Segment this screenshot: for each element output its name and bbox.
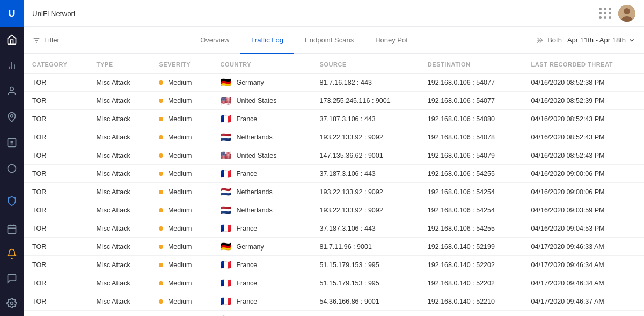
severity-dot <box>159 299 163 304</box>
cell-last-threat: 04/17/2020 09:46:33 AM <box>523 238 644 256</box>
cell-type: Misc Attack <box>88 201 151 219</box>
table-row[interactable]: TOR Misc Attack Medium 🇺🇸 United States … <box>24 146 644 165</box>
country-flag: 🇳🇱 <box>220 188 232 196</box>
tab-honey-pot[interactable]: Honey Pot <box>364 27 419 54</box>
filter-button[interactable]: Filter <box>32 36 60 45</box>
severity-dot <box>159 226 163 231</box>
col-severity: SEVERITY <box>150 54 211 74</box>
tab-traffic-log[interactable]: Traffic Log <box>240 27 294 54</box>
sidebar-item-bell[interactable] <box>0 242 24 266</box>
cell-country: 🇺🇸 United States <box>211 146 311 165</box>
country-name: Netherlands <box>236 134 272 141</box>
cell-type: Misc Attack <box>88 238 151 256</box>
table-row[interactable]: TOR Misc Attack Medium 🇫🇷 France 51.15.1… <box>24 256 644 274</box>
cell-category: TOR <box>24 74 88 92</box>
cell-category: TOR <box>24 311 88 317</box>
sidebar-item-user[interactable] <box>0 79 24 103</box>
table-row[interactable]: TOR Misc Attack Medium 🇩🇪 Germany 81.7.1… <box>24 238 644 256</box>
sidebar-item-stats[interactable] <box>0 54 24 77</box>
cell-source: 81.7.16.182 : 443 <box>311 74 419 92</box>
svg-point-4 <box>11 115 13 117</box>
traffic-log-table-area[interactable]: CATEGORY TYPE SEVERITY COUNTRY SOURCE DE… <box>24 54 644 316</box>
table-row[interactable]: TOR Misc Attack Medium 🇺🇸 United States … <box>24 92 644 110</box>
country-flag: 🇩🇪 <box>220 78 232 86</box>
country-name: Netherlands <box>236 188 272 196</box>
sidebar-item-calendar[interactable] <box>0 217 24 241</box>
tab-endpoint-scans[interactable]: Endpoint Scans <box>294 27 364 54</box>
cell-category: TOR <box>24 292 88 311</box>
country-flag: 🇫🇷 <box>220 261 232 269</box>
cell-destination: 192.168.0.140 : 52202 <box>419 256 523 274</box>
sidebar-item-shield[interactable] <box>0 189 24 213</box>
cell-last-threat: 04/16/2020 08:52:43 PM <box>523 128 644 146</box>
cell-category: TOR <box>24 183 88 201</box>
cell-type: Misc Attack <box>88 110 151 128</box>
app-logo: UniFi Network <box>32 8 75 19</box>
cell-severity: Medium <box>150 165 211 183</box>
sidebar-item-list[interactable] <box>0 131 24 155</box>
tab-overview[interactable]: Overview <box>189 27 240 54</box>
col-country: COUNTRY <box>211 54 311 74</box>
cell-severity: Medium <box>150 238 211 256</box>
country-flag: 🇫🇷 <box>220 170 232 178</box>
country-flag: 🇫🇷 <box>220 115 232 123</box>
country-flag: 🇫🇷 <box>220 279 232 287</box>
sidebar-item-location[interactable] <box>0 105 24 129</box>
subnav-controls: Both Apr 11th - Apr 18th <box>536 36 635 45</box>
cell-last-threat: 04/16/2020 09:00:06 PM <box>523 183 644 201</box>
cell-type: Misc Attack <box>88 292 151 311</box>
table-row[interactable]: TOR Misc Attack Medium 🇫🇷 France 54.36.1… <box>24 292 644 311</box>
cell-type: Misc Attack <box>88 311 151 317</box>
table-row[interactable]: TOR Misc Attack Medium 🇳🇱 Netherlands 19… <box>24 128 644 146</box>
severity-dot <box>159 153 163 158</box>
severity-dot <box>159 190 163 194</box>
cell-last-threat: 04/16/2020 09:03:59 PM <box>523 201 644 219</box>
cell-source: 37.187.3.106 : 443 <box>311 219 419 238</box>
table-row[interactable]: TOR Misc Attack Medium 🇩🇰 Denmark 188.11… <box>24 311 644 317</box>
cell-country: 🇳🇱 Netherlands <box>211 183 311 201</box>
direction-selector[interactable]: Both <box>536 36 562 45</box>
table-row[interactable]: TOR Misc Attack Medium 🇫🇷 France 37.187.… <box>24 165 644 183</box>
severity-dot <box>159 99 163 103</box>
country-name: United States <box>236 152 276 159</box>
cell-country: 🇫🇷 France <box>211 165 311 183</box>
sidebar-item-circle[interactable] <box>0 157 24 180</box>
sub-navigation: Filter Overview Traffic Log Endpoint Sca… <box>24 27 644 54</box>
svg-point-3 <box>10 87 14 91</box>
cell-severity: Medium <box>150 128 211 146</box>
cell-source: 188.114.140.245 : 9001 <box>311 311 419 317</box>
user-avatar[interactable] <box>618 5 635 22</box>
cell-type: Misc Attack <box>88 146 151 165</box>
cell-category: TOR <box>24 201 88 219</box>
sidebar-logo[interactable]: U <box>0 0 24 27</box>
direction-icon <box>536 36 544 45</box>
table-row[interactable]: TOR Misc Attack Medium 🇫🇷 France 37.187.… <box>24 110 644 128</box>
country-name: France <box>236 225 257 232</box>
table-row[interactable]: TOR Misc Attack Medium 🇩🇪 Germany 81.7.1… <box>24 74 644 92</box>
severity-dot <box>159 117 163 121</box>
table-row[interactable]: TOR Misc Attack Medium 🇳🇱 Netherlands 19… <box>24 183 644 201</box>
sidebar-item-settings[interactable] <box>0 291 24 315</box>
severity-dot <box>159 281 163 285</box>
table-row[interactable]: TOR Misc Attack Medium 🇫🇷 France 51.15.1… <box>24 274 644 292</box>
cell-category: TOR <box>24 110 88 128</box>
col-category: CATEGORY <box>24 54 88 74</box>
cell-destination: 192.168.0.106 : 54254 <box>419 183 523 201</box>
cell-last-threat: 04/17/2020 09:46:37 AM <box>523 292 644 311</box>
traffic-log-table: CATEGORY TYPE SEVERITY COUNTRY SOURCE DE… <box>24 54 644 316</box>
topnav-right <box>599 5 635 22</box>
date-range-picker[interactable]: Apr 11th - Apr 18th <box>567 36 635 44</box>
cell-severity: Medium <box>150 311 211 317</box>
country-name: Germany <box>236 243 264 251</box>
cell-last-threat: 04/16/2020 08:52:38 PM <box>523 74 644 92</box>
sidebar-item-messages[interactable] <box>0 267 24 290</box>
country-flag: 🇫🇷 <box>220 297 232 305</box>
chevron-down-icon <box>628 36 635 44</box>
apps-grid-button[interactable] <box>599 8 612 19</box>
cell-severity: Medium <box>150 183 211 201</box>
table-row[interactable]: TOR Misc Attack Medium 🇫🇷 France 37.187.… <box>24 219 644 238</box>
country-name: France <box>236 298 257 305</box>
sidebar-item-home[interactable] <box>0 28 24 52</box>
navigation-tabs: Overview Traffic Log Endpoint Scans Hone… <box>72 27 536 54</box>
table-row[interactable]: TOR Misc Attack Medium 🇳🇱 Netherlands 19… <box>24 201 644 219</box>
